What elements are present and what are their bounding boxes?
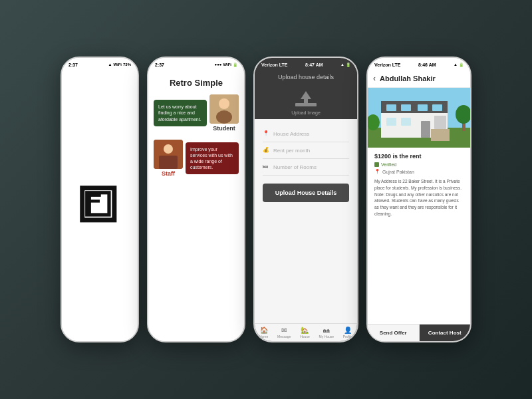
nav-message-label: Message (277, 334, 291, 338)
home-icon: 🏠 (260, 327, 268, 334)
svg-point-6 (219, 98, 229, 109)
screen3-header: Upload house details (255, 70, 357, 83)
message-icon: ✉ (281, 327, 287, 334)
screen4-title: Abdullah Shakir (380, 74, 436, 82)
price-text: $1200 is the rent (374, 153, 464, 160)
form-field-address[interactable]: 📍 House Address (263, 126, 349, 142)
screen2-body: Retro Simple Let us worry about finding … (148, 70, 244, 341)
card-image-student (209, 94, 239, 124)
card-image-staff (154, 140, 183, 169)
send-offer-button[interactable]: Send Offer (368, 325, 419, 341)
status-icons-4: ▲ 🔋 (454, 63, 464, 67)
status-time-3: 8:47 AM (305, 63, 323, 67)
svg-point-9 (164, 144, 173, 154)
card-text-staff: Improve your services with us with a wid… (186, 142, 239, 174)
status-carrier-4: Verizon LTE (374, 63, 401, 67)
svg-rect-17 (386, 104, 396, 111)
nav-myhouse-label: My House (319, 334, 334, 338)
card-text-student: Let us worry about finding a nice and af… (154, 100, 207, 126)
status-time-1: 2:37 (68, 63, 78, 67)
upload-house-button[interactable]: Upload House Details (263, 184, 349, 202)
status-bar-4: Verizon LTE 8:46 AM ▲ 🔋 (368, 58, 470, 70)
status-icons-3: ▲ 🔋 (340, 63, 350, 67)
card-label-staff: Staff (162, 170, 175, 177)
nav-profile-label: Profile (343, 334, 352, 338)
back-button[interactable]: ‹ (373, 74, 376, 83)
location-pin-icon: 📍 (374, 169, 380, 174)
status-icons-2: ●●● WiFi 🔋 (215, 63, 237, 67)
rooms-placeholder: Number of Rooms (273, 164, 349, 170)
nav-home-label: Home (259, 334, 268, 338)
screen3-form: 📍 House Address 💰 Rent per month 🛏 Numbe… (255, 119, 357, 323)
house-icon: 🏡 (301, 327, 309, 334)
rent-icon: 💰 (263, 147, 269, 154)
contact-host-button[interactable]: Contact Host (420, 325, 471, 341)
svg-rect-4 (88, 194, 101, 197)
screen4-footer: Send Offer Contact Host (368, 324, 470, 341)
card-item-student[interactable]: Let us worry about finding a nice and af… (154, 94, 239, 132)
svg-rect-25 (431, 129, 450, 141)
status-bar-2: 2:37 ●●● WiFi 🔋 (148, 58, 244, 70)
svg-rect-21 (386, 118, 396, 126)
verified-text: Verified (381, 162, 396, 167)
status-time-4: 8:46 AM (418, 63, 436, 67)
rent-placeholder: Rent per month (273, 148, 349, 154)
nav-house[interactable]: 🏡 House (300, 327, 309, 338)
upload-icon-area[interactable]: Upload Image (255, 83, 357, 119)
status-carrier-3: Verizon LTE (261, 63, 288, 67)
phone-screen-2: 2:37 ●●● WiFi 🔋 Retro Simple Let us worr… (147, 57, 245, 342)
status-time-2: 2:37 (155, 63, 164, 67)
form-field-rooms[interactable]: 🛏 Number of Rooms (263, 159, 349, 176)
nav-myhouse[interactable]: 🏘 My House (319, 327, 334, 338)
description-text: My Address is 22 Baker Street. It is a P… (374, 178, 464, 217)
status-icons-1: ▲ WiFi 73% (108, 63, 131, 66)
svg-rect-10 (159, 156, 178, 169)
retro-title: Retro Simple (154, 78, 239, 88)
phone-screen-3: Verizon LTE 8:47 AM ▲ 🔋 Upload house det… (253, 57, 358, 342)
svg-marker-12 (301, 91, 311, 103)
status-bar-3: Verizon LTE 8:47 AM ▲ 🔋 (255, 58, 357, 70)
status-bar-1: 2:37 ▲ WiFi 73% (62, 58, 138, 70)
location-text: Gujrat Pakistan (382, 170, 414, 174)
phone-screen-1: 2:37 ▲ WiFi 73% (61, 57, 139, 342)
logo-screen-body (62, 70, 138, 341)
screen4-content: $1200 is the rent Verified 📍 Gujrat Paki… (368, 148, 470, 324)
svg-rect-24 (434, 116, 446, 129)
screen4-header: ‹ Abdullah Shakir (368, 70, 470, 88)
house-image (368, 88, 470, 148)
upload-icon (295, 90, 317, 108)
screens-container: 2:37 ▲ WiFi 73% 2:37 ●●● W (47, 43, 485, 356)
card-item-staff[interactable]: Staff Improve your services with us with… (154, 140, 239, 177)
svg-point-7 (216, 110, 232, 124)
myhouse-icon: 🏘 (323, 327, 330, 334)
phone-screen-4: Verizon LTE 8:46 AM ▲ 🔋 ‹ Abdullah Shaki… (366, 57, 471, 342)
verified-row: Verified (374, 162, 464, 167)
profile-icon: 👤 (344, 327, 352, 334)
location-row: 📍 Gujrat Pakistan (374, 169, 464, 174)
upload-label: Upload Image (291, 110, 321, 115)
nav-message[interactable]: ✉ Message (277, 327, 291, 338)
svg-rect-11 (295, 103, 317, 106)
svg-rect-18 (401, 104, 411, 111)
screen3-body: Upload house details Upload Image 📍 Hous… (255, 70, 357, 341)
address-placeholder: House Address (273, 131, 349, 137)
rooms-icon: 🛏 (263, 164, 269, 170)
svg-rect-3 (88, 194, 91, 215)
svg-rect-22 (401, 118, 411, 126)
card-label-student: Student (213, 125, 235, 132)
svg-rect-19 (418, 104, 428, 111)
app-logo (76, 182, 123, 229)
bottom-nav: 🏠 Home ✉ Message 🏡 House 🏘 My House 👤 (255, 323, 357, 341)
screen4-body: ‹ Abdullah Shakir (368, 70, 470, 341)
svg-rect-20 (432, 104, 442, 111)
form-field-rent[interactable]: 💰 Rent per month (263, 142, 349, 159)
location-icon: 📍 (263, 130, 269, 137)
svg-rect-23 (421, 121, 430, 138)
verified-icon (374, 162, 379, 167)
nav-home[interactable]: 🏠 Home (259, 327, 268, 338)
nav-profile[interactable]: 👤 Profile (343, 327, 352, 338)
nav-house-label: House (300, 334, 309, 338)
